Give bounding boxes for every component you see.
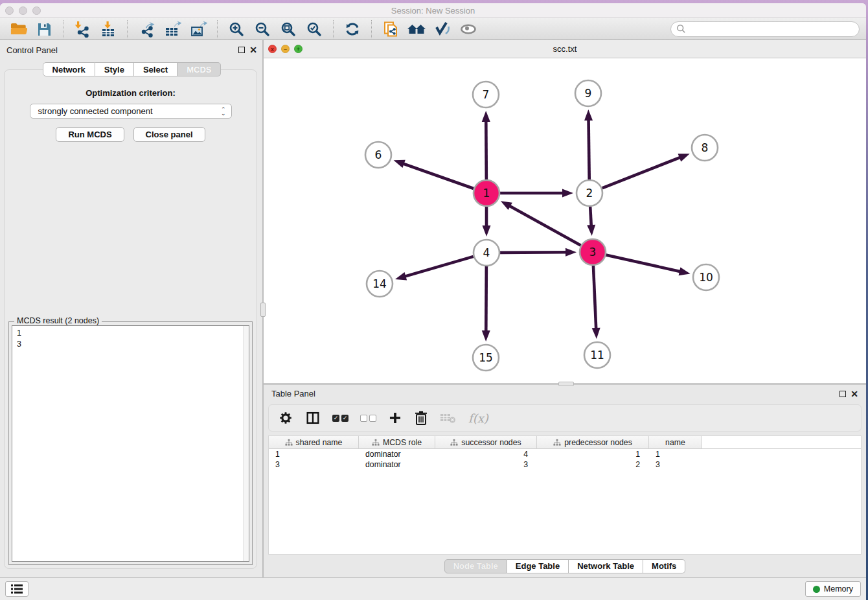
graph-edge-4-14[interactable]	[403, 257, 473, 277]
table-row[interactable]: 3dominator323	[269, 459, 861, 470]
export-network-icon[interactable]	[136, 19, 157, 40]
graph-node-label: 15	[479, 351, 493, 364]
select-all-icon[interactable]: ✓✓	[332, 408, 348, 428]
tab-motifs[interactable]: Motifs	[643, 559, 685, 573]
cell-predecessor-nodes[interactable]: 1	[537, 449, 649, 459]
column-header-mcds-role[interactable]: MCDS role	[359, 436, 435, 448]
close-panel-icon[interactable]: ✕	[249, 47, 257, 53]
cell-mcds-role[interactable]: dominator	[359, 449, 435, 459]
search-input[interactable]	[686, 23, 859, 36]
refresh-icon[interactable]	[342, 19, 363, 40]
column-header-shared-name[interactable]: shared name	[269, 436, 359, 448]
graph-node-label: 11	[590, 349, 604, 362]
table-tabs: Node TableEdge TableNetwork TableMotifs	[264, 555, 866, 577]
column-header-predecessor-nodes[interactable]: predecessor nodes	[537, 436, 649, 448]
edge-arrowhead	[587, 225, 595, 236]
result-line: 3	[17, 339, 240, 350]
list-icon	[10, 584, 23, 594]
attribute-icon	[372, 439, 380, 446]
clone-network-icon[interactable]	[380, 19, 401, 40]
cell-mcds-role[interactable]: dominator	[359, 459, 435, 470]
column-header-successor-nodes[interactable]: successor nodes	[435, 436, 537, 448]
graph-edge-2-9[interactable]	[588, 118, 589, 179]
control-panel-tabs: NetworkStyleSelectMCDS	[43, 62, 222, 76]
zoom-in-icon[interactable]	[226, 19, 247, 40]
cell-name[interactable]: 1	[649, 449, 702, 459]
tab-network-table[interactable]: Network Table	[569, 559, 643, 573]
network-window: x – + scc.txt 7968124314101511	[264, 40, 866, 383]
cell-successor-nodes[interactable]: 4	[435, 449, 537, 459]
deselect-all-icon[interactable]	[360, 408, 376, 428]
style-check-icon[interactable]	[432, 19, 453, 40]
table-row[interactable]: 1dominator411	[269, 449, 861, 459]
attribute-icon	[285, 439, 293, 446]
graph-edge-2-3[interactable]	[590, 207, 591, 227]
cell-shared-name[interactable]: 3	[269, 459, 359, 470]
float-table-panel-icon[interactable]	[839, 391, 846, 397]
graph-edge-2-8[interactable]	[602, 157, 682, 188]
tab-node-table[interactable]: Node Table	[444, 559, 507, 573]
home-icon[interactable]	[406, 19, 427, 40]
delete-table-icon[interactable]	[440, 408, 457, 428]
result-scrollbar[interactable]	[243, 326, 249, 561]
run-mcds-button[interactable]: Run MCDS	[56, 127, 124, 142]
zoom-selected-icon[interactable]	[304, 19, 325, 40]
criterion-dropdown[interactable]: strongly connected component ⌃⌄	[30, 104, 232, 119]
search-box[interactable]	[670, 21, 860, 37]
import-network-icon[interactable]	[72, 19, 93, 40]
zoom-fit-icon[interactable]	[278, 19, 299, 40]
graph-edge-1-6[interactable]	[402, 163, 474, 189]
node-table: shared nameMCDS rolesuccessor nodesprede…	[268, 435, 862, 555]
edge-arrowhead	[483, 225, 491, 237]
main-title-bar: Session: New Session	[0, 3, 866, 18]
column-label: successor nodes	[461, 438, 521, 447]
mcds-result-text[interactable]: 13	[12, 325, 249, 562]
close-table-panel-icon[interactable]: ✕	[851, 391, 858, 397]
toggle-column-view-icon[interactable]	[305, 408, 321, 428]
close-panel-button[interactable]: Close panel	[133, 127, 205, 142]
edge-arrowhead	[395, 272, 407, 280]
tab-style[interactable]: Style	[95, 62, 134, 76]
graph-edge-4-15[interactable]	[486, 266, 486, 333]
save-session-icon[interactable]	[34, 19, 54, 40]
delete-column-trash-icon[interactable]	[414, 408, 428, 428]
column-header-name[interactable]: name	[649, 436, 702, 448]
attribute-icon	[450, 439, 458, 446]
column-label: name	[665, 438, 685, 447]
tab-edge-table[interactable]: Edge Table	[507, 559, 569, 573]
graph-edge-3-1[interactable]	[508, 205, 580, 245]
cell-shared-name[interactable]: 1	[269, 449, 359, 459]
panel-splitter-grip[interactable]	[260, 303, 266, 317]
function-builder-icon[interactable]: f(x)	[468, 408, 488, 428]
control-panel-title: Control Panel	[6, 45, 58, 55]
edge-arrowhead	[565, 248, 577, 257]
tab-select[interactable]: Select	[134, 62, 177, 76]
graph-node-label: 9	[585, 87, 592, 100]
table-settings-gear-icon[interactable]	[278, 408, 293, 428]
add-column-icon[interactable]	[388, 408, 402, 428]
task-history-button[interactable]	[5, 581, 29, 597]
memory-button[interactable]: Memory	[805, 581, 861, 597]
graph-edge-3-10[interactable]	[606, 255, 681, 272]
zoom-out-icon[interactable]	[252, 19, 273, 40]
export-image-icon[interactable]	[188, 19, 209, 40]
cell-successor-nodes[interactable]: 3	[435, 459, 537, 470]
graph-edge-3-11[interactable]	[593, 266, 596, 330]
cell-predecessor-nodes[interactable]: 2	[537, 459, 649, 470]
float-panel-icon[interactable]	[238, 47, 245, 53]
tab-network[interactable]: Network	[43, 62, 95, 76]
import-table-icon[interactable]	[98, 19, 119, 40]
table-toolbar: ✓✓ f(x)	[268, 404, 862, 432]
result-line: 1	[17, 328, 240, 339]
tab-mcds[interactable]: MCDS	[177, 62, 221, 76]
horizontal-splitter-grip[interactable]	[558, 382, 574, 386]
eye-icon[interactable]	[458, 19, 479, 40]
graph-edge-4-3[interactable]	[500, 252, 568, 253]
graph-edge-1-7[interactable]	[486, 119, 486, 179]
open-file-icon[interactable]	[8, 19, 29, 40]
graph-node-label: 10	[699, 271, 713, 284]
cell-name[interactable]: 3	[649, 459, 702, 470]
network-canvas[interactable]: 7968124314101511	[264, 58, 866, 383]
export-table-icon[interactable]	[162, 19, 183, 40]
status-bar: Memory	[0, 577, 866, 600]
